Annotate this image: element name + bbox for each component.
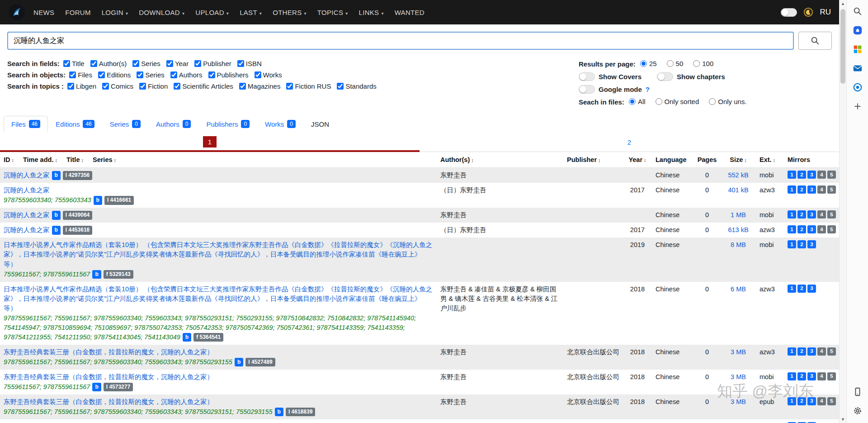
mirror-button-1[interactable]: 1 (788, 397, 796, 405)
checkbox-standards[interactable]: Standards (337, 82, 376, 90)
nav-item-last[interactable]: LAST▾ (240, 9, 262, 16)
badge-file-id[interactable]: l 4416661 (104, 196, 134, 204)
tab-works[interactable]: Works0 (257, 116, 303, 132)
size-download-link[interactable]: 1 MB (731, 211, 746, 219)
checkbox-input-magazines[interactable] (239, 83, 246, 90)
checkbox-input-comics[interactable] (102, 83, 109, 90)
sort-icon[interactable]: ↕ (81, 157, 84, 163)
checkbox-input-fiction[interactable] (139, 83, 146, 90)
column-header-ext[interactable]: Ext.↕ (756, 152, 784, 168)
book-title-link[interactable]: 东野圭吾经典套装三册（白金数据，拉普拉斯的魔女，沉睡的人鱼之家） (4, 348, 213, 356)
tab-authors[interactable]: Authors0 (148, 116, 198, 132)
mirror-button-4[interactable]: 4 (817, 372, 826, 380)
checkbox-publishers[interactable]: Publishers (208, 71, 249, 79)
mirror-button-1[interactable]: 1 (788, 225, 796, 233)
nav-item-news[interactable]: NEWS (33, 9, 54, 16)
tab-editions[interactable]: Editions46 (48, 116, 102, 132)
mirror-button-5[interactable]: 5 (827, 185, 836, 194)
radio-only-sorted[interactable]: Only sorted (656, 98, 699, 105)
mirror-button-3[interactable]: 3 (807, 210, 816, 219)
mirror-button-3[interactable]: 3 (807, 185, 816, 194)
book-title-link[interactable]: 沉睡的人鱼之家 (4, 171, 50, 179)
nav-item-upload[interactable]: UPLOAD▾ (195, 9, 229, 16)
size-download-link[interactable]: 3 MB (731, 398, 746, 405)
radio-100[interactable]: 100 (693, 60, 713, 67)
mirror-button-5[interactable]: 5 (827, 210, 836, 219)
badge-b[interactable]: b (275, 408, 283, 416)
badge-file-id[interactable]: l 4297356 (63, 171, 92, 180)
mirror-button-1[interactable]: 1 (788, 171, 796, 179)
nav-item-forum[interactable]: FORUM (65, 9, 91, 16)
checkbox-input-series[interactable] (132, 60, 139, 67)
column-header-publisher[interactable]: Publisher↕ (563, 152, 623, 168)
book-title-link[interactable]: 沉睡的人鱼之家 (4, 186, 50, 194)
column-header-series[interactable]: Series↕ (93, 156, 116, 163)
radio-input-25[interactable] (640, 60, 647, 67)
mirror-button-4[interactable]: 4 (817, 397, 826, 405)
badge-b[interactable]: b (52, 171, 61, 180)
nav-item-topics[interactable]: TOPICS▾ (317, 9, 348, 16)
radio-only-uns[interactable]: Only uns. (709, 98, 746, 105)
checkbox-series[interactable]: Series (132, 60, 160, 67)
mirror-button-3[interactable]: 3 (807, 240, 816, 248)
mirror-button-1[interactable]: 1 (788, 372, 796, 380)
checkbox-input-fiction-rus[interactable] (286, 83, 293, 90)
radio-input-all[interactable] (629, 98, 636, 105)
mirror-button-5[interactable]: 5 (827, 171, 836, 179)
column-header-time-add[interactable]: Time add.↕ (23, 156, 57, 163)
size-download-link[interactable]: 8 MB (731, 241, 746, 248)
nav-item-wanted[interactable]: WANTED (395, 9, 425, 16)
sort-icon[interactable]: ↕ (744, 157, 747, 163)
tab-publishers[interactable]: Publishers0 (198, 116, 257, 132)
outlook-icon[interactable] (852, 62, 863, 74)
tab-files[interactable]: Files46 (4, 116, 48, 132)
radio-all[interactable]: All (629, 98, 646, 105)
size-download-link[interactable]: 613 kB (728, 226, 748, 233)
book-title-link[interactable]: 沉睡的人鱼之家 (4, 211, 50, 219)
scroll-up-arrow-icon[interactable]: ▲ (840, 0, 846, 7)
search-input[interactable] (7, 32, 794, 50)
sort-icon[interactable]: ↕ (773, 157, 776, 163)
mirror-button-3[interactable]: 3 (807, 347, 816, 356)
badge-b[interactable]: b (235, 358, 243, 366)
mirror-button-3[interactable]: 3 (807, 225, 816, 233)
column-header-size[interactable]: Size↕ (721, 152, 756, 168)
book-title-link[interactable]: 沉睡的人鱼之家 (4, 226, 50, 233)
checkbox-input-author-s[interactable] (90, 60, 97, 67)
checkbox-authors[interactable]: Authors (170, 71, 203, 79)
column-header-year[interactable]: Year↕ (623, 152, 652, 168)
mirror-button-2[interactable]: 2 (797, 185, 806, 194)
mirror-button-4[interactable]: 4 (817, 210, 826, 219)
mirror-button-5[interactable]: 5 (827, 397, 836, 405)
badge-file-id[interactable]: l 4527489 (245, 358, 275, 366)
scrollbar-thumb[interactable] (840, 9, 845, 84)
page-button-2[interactable]: 2 (627, 138, 631, 146)
badge-b[interactable]: b (183, 333, 191, 342)
mirror-button-4[interactable]: 4 (817, 171, 826, 179)
checkbox-fiction[interactable]: Fiction (139, 82, 168, 90)
size-download-link[interactable]: 6 MB (731, 285, 746, 293)
checkbox-works[interactable]: Works (255, 71, 282, 79)
badge-file-id[interactable]: f 5364541 (193, 333, 223, 342)
badge-file-id[interactable]: l 4618839 (286, 408, 315, 416)
badge-b[interactable]: b (52, 211, 61, 219)
tab-json[interactable]: JSON (303, 116, 337, 132)
add-icon[interactable] (852, 100, 863, 112)
checkbox-comics[interactable]: Comics (102, 82, 133, 90)
checkbox-input-publisher[interactable] (194, 60, 201, 67)
checkbox-input-year[interactable] (166, 60, 173, 67)
mirror-button-3[interactable]: 3 (807, 397, 816, 405)
checkbox-input-editions[interactable] (98, 71, 105, 78)
language-switcher[interactable]: RU (820, 8, 831, 17)
mirror-button-5[interactable]: 5 (827, 372, 836, 380)
badge-b[interactable]: b (92, 270, 101, 279)
copilot-icon[interactable] (852, 24, 863, 36)
dark-mode-icon[interactable] (803, 7, 813, 17)
checkbox-isbn[interactable]: ISBN (237, 60, 262, 67)
checkbox-input-series[interactable] (137, 71, 143, 78)
toggle-show-covers[interactable] (579, 72, 595, 81)
mirror-button-4[interactable]: 4 (817, 347, 826, 356)
mirror-button-3[interactable]: 3 (807, 171, 816, 179)
mirror-button-2[interactable]: 2 (797, 372, 806, 380)
google-mode-toggle[interactable] (579, 85, 595, 94)
